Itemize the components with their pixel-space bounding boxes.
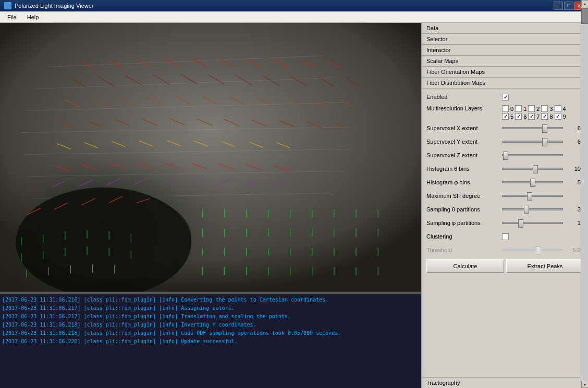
section-scalar-maps[interactable]: Scalar Maps (422, 56, 588, 67)
section-fiber-distribution[interactable]: Fiber Distribution Maps (422, 78, 588, 89)
layer-3-checkbox[interactable] (541, 105, 548, 112)
supervoxel-z-label: Supervoxel Z extent (426, 152, 502, 158)
clustering-row: Clustering (426, 231, 584, 242)
titlebar-controls: ─ □ ✕ (554, 2, 584, 10)
scroll-down-arrow[interactable]: ▼ (581, 381, 588, 388)
layer-8-label: 8 (549, 114, 553, 120)
supervoxel-x-slider[interactable] (502, 127, 563, 129)
supervoxel-y-slider-container (502, 141, 563, 143)
histogram-phi-row: Histogram φ bins 50 (426, 177, 584, 187)
image-area (0, 23, 421, 292)
threshold-row: Threshold 5.00 (426, 245, 584, 255)
layer-6-checkbox[interactable] (515, 113, 522, 120)
menubar: File Help (0, 11, 588, 23)
app-icon (4, 2, 11, 9)
layer-0-label: 0 (510, 106, 513, 112)
enabled-row: Enabled (426, 92, 584, 102)
sampling-phi-row: Sampling φ partitions 16 (426, 218, 584, 228)
titlebar: Polarized Light Imaging Viewer ─ □ ✕ (0, 0, 588, 11)
section-selector[interactable]: Selector (422, 34, 588, 45)
layer-8-checkbox[interactable] (541, 113, 548, 120)
max-sh-thumb[interactable] (527, 192, 532, 201)
supervoxel-x-slider-container (502, 127, 563, 129)
section-data[interactable]: Data (422, 23, 588, 34)
threshold-slider[interactable] (502, 249, 563, 251)
histogram-theta-slider-container (502, 168, 563, 170)
menu-help[interactable]: Help (22, 13, 44, 21)
supervoxel-x-thumb[interactable] (542, 124, 547, 133)
supervoxel-y-row: Supervoxel Y extent 64 (426, 136, 584, 147)
supervoxel-x-row: Supervoxel X extent 64 (426, 123, 584, 133)
scroll-thumb[interactable] (581, 8, 588, 24)
supervoxel-z-thumb[interactable] (503, 152, 508, 160)
histogram-theta-thumb[interactable] (533, 165, 538, 173)
extract-peaks-button[interactable]: Extract Peaks (506, 259, 584, 273)
sampling-theta-row: Sampling θ partitions 32 (426, 204, 584, 215)
layer-9-label: 9 (563, 114, 566, 120)
sampling-phi-thumb[interactable] (518, 219, 523, 228)
layer-4-checkbox[interactable] (555, 105, 561, 112)
main-container: [2017-06-23 11:31:06.216] [class pli::fd… (0, 23, 588, 388)
log-scrollbar[interactable]: ▲ ▼ (581, 0, 588, 388)
supervoxel-z-slider-container (502, 154, 563, 156)
fdm-section: Enabled Multiresolution Layers 0 1 2 3 (422, 89, 588, 377)
threshold-label: Threshold (426, 247, 502, 253)
log-line: [2017-06-23 11:31:06.218] [class pli::fd… (2, 329, 413, 337)
multiresolution-row: Multiresolution Layers 0 1 2 3 4 (426, 105, 584, 120)
layer-6-label: 6 (523, 114, 526, 120)
minimize-button[interactable]: ─ (554, 2, 563, 10)
log-line: [2017-06-23 11:31:06.218] [class pli::fd… (2, 321, 413, 329)
histogram-theta-slider[interactable] (502, 168, 563, 170)
enabled-label: Enabled (426, 94, 502, 100)
log-line: [2017-06-23 11:31:06.217] [class pli::fd… (2, 304, 413, 312)
supervoxel-y-label: Supervoxel Y extent (426, 139, 502, 145)
histogram-phi-label: Histogram φ bins (426, 179, 502, 185)
sampling-theta-slider-container (502, 208, 563, 210)
threshold-thumb[interactable] (536, 246, 541, 255)
calculate-button[interactable]: Calculate (426, 259, 504, 273)
layers-row-2: 5 6 7 8 9 (502, 113, 584, 120)
app-title: Polarized Light Imaging Viewer (15, 3, 93, 9)
layer-5-checkbox[interactable] (502, 113, 509, 120)
clustering-label: Clustering (426, 233, 502, 240)
layer-9-checkbox[interactable] (555, 113, 561, 120)
sampling-phi-label: Sampling φ partitions (426, 220, 502, 226)
layers-container: 0 1 2 3 4 5 6 (502, 105, 584, 120)
max-sh-row: Maximum SH degree 6 (426, 191, 584, 201)
sampling-theta-label: Sampling θ partitions (426, 206, 502, 212)
layers-row-1: 0 1 2 3 4 (502, 105, 584, 112)
sampling-theta-thumb[interactable] (524, 206, 529, 214)
left-panel: [2017-06-23 11:31:06.216] [class pli::fd… (0, 23, 421, 388)
enabled-checkbox[interactable] (502, 94, 509, 101)
supervoxel-x-label: Supervoxel X extent (426, 125, 502, 131)
supervoxel-z-row: Supervoxel Z extent 1 (426, 150, 584, 160)
layer-1-checkbox[interactable] (515, 105, 522, 112)
section-tractography[interactable]: Tractography (422, 377, 588, 388)
clustering-checkbox[interactable] (502, 233, 509, 240)
layer-3-label: 3 (549, 106, 553, 112)
menu-file[interactable]: File (2, 13, 22, 21)
scroll-up-arrow[interactable]: ▲ (581, 0, 588, 7)
multiresolution-label: Multiresolution Layers (426, 105, 502, 111)
histogram-phi-thumb[interactable] (530, 179, 535, 187)
log-panel: [2017-06-23 11:31:06.216] [class pli::fd… (0, 292, 421, 388)
sampling-phi-slider[interactable] (502, 222, 563, 224)
supervoxel-y-thumb[interactable] (542, 138, 547, 146)
layer-7-checkbox[interactable] (528, 113, 535, 120)
supervoxel-z-slider[interactable] (502, 154, 563, 156)
max-sh-label: Maximum SH degree (426, 193, 502, 199)
supervoxel-y-slider[interactable] (502, 141, 563, 143)
maximize-button[interactable]: □ (564, 2, 573, 10)
pli-visualization (0, 23, 421, 292)
layer-5-label: 5 (510, 114, 513, 120)
section-interactor[interactable]: Interactor (422, 45, 588, 56)
sampling-theta-slider[interactable] (502, 208, 563, 210)
layer-0-checkbox[interactable] (502, 105, 509, 112)
layer-2-checkbox[interactable] (528, 105, 535, 112)
histogram-theta-row: Histogram θ bins 100 (426, 164, 584, 174)
log-content: [2017-06-23 11:31:06.216] [class pli::fd… (0, 293, 421, 386)
section-fiber-orientation[interactable]: Fiber Orientation Maps (422, 67, 588, 78)
threshold-slider-container (502, 249, 563, 251)
max-sh-slider[interactable] (502, 195, 563, 197)
histogram-phi-slider[interactable] (502, 181, 563, 183)
